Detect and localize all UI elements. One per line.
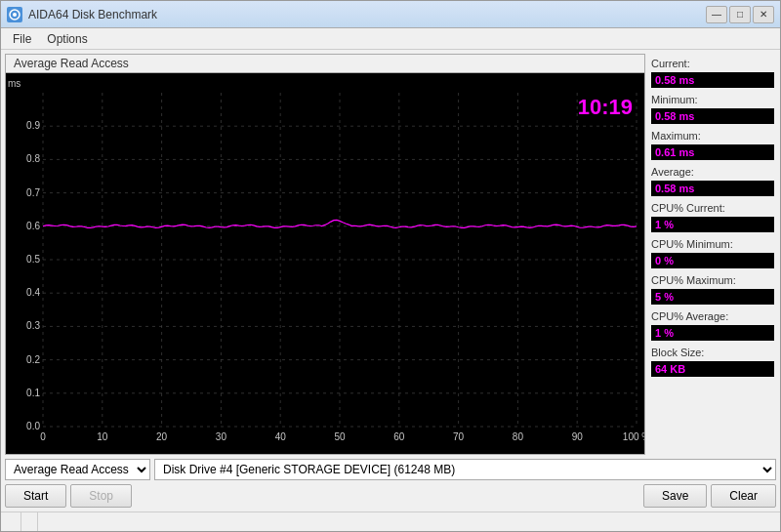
cpu-minimum-label: CPU% Minimum: bbox=[651, 238, 774, 250]
stop-button[interactable]: Stop bbox=[70, 484, 132, 508]
cpu-current-label: CPU% Current: bbox=[651, 202, 774, 214]
current-value: 0.58 ms bbox=[651, 72, 774, 88]
chart-tab: Average Read Access bbox=[6, 55, 644, 73]
start-button[interactable]: Start bbox=[5, 484, 66, 508]
title-bar-left: AIDA64 Disk Benchmark bbox=[7, 7, 157, 22]
clear-button[interactable]: Clear bbox=[711, 484, 776, 508]
menu-bar: File Options bbox=[1, 28, 780, 50]
content-row: Average Read Access Current: 0.58 ms Min… bbox=[5, 54, 776, 455]
minimum-label: Minimum: bbox=[651, 94, 774, 105]
chart-panel: Average Read Access bbox=[5, 54, 645, 455]
app-icon bbox=[7, 7, 22, 22]
current-label: Current: bbox=[651, 58, 774, 69]
cpu-maximum-label: CPU% Maximum: bbox=[651, 274, 774, 286]
benchmark-select[interactable]: Average Read AccessAverage Write AccessA… bbox=[5, 459, 150, 480]
close-button[interactable]: ✕ bbox=[753, 6, 774, 23]
save-button[interactable]: Save bbox=[643, 484, 707, 508]
cpu-average-value: 1 % bbox=[651, 325, 774, 341]
stats-panel: Current: 0.58 ms Minimum: 0.58 ms Maximu… bbox=[649, 54, 776, 455]
status-left bbox=[5, 512, 21, 531]
block-size-value: 64 KB bbox=[651, 361, 774, 377]
main-window: AIDA64 Disk Benchmark — □ ✕ File Options… bbox=[0, 0, 781, 532]
average-label: Average: bbox=[651, 166, 774, 178]
menu-options[interactable]: Options bbox=[39, 30, 95, 48]
average-value: 0.58 ms bbox=[651, 181, 774, 196]
status-right bbox=[21, 512, 38, 531]
block-size-label: Block Size: bbox=[651, 347, 774, 358]
bottom-controls: Average Read AccessAverage Write AccessA… bbox=[5, 455, 776, 508]
svg-point-1 bbox=[13, 13, 17, 17]
window-title: AIDA64 Disk Benchmark bbox=[28, 8, 157, 21]
title-bar-buttons: — □ ✕ bbox=[706, 6, 774, 23]
menu-file[interactable]: File bbox=[5, 30, 39, 48]
minimize-button[interactable]: — bbox=[706, 6, 727, 23]
disk-select[interactable]: Disk Drive #4 [Generic STORAGE DEVICE] (… bbox=[154, 459, 776, 480]
cpu-maximum-value: 5 % bbox=[651, 289, 774, 305]
cpu-average-label: CPU% Average: bbox=[651, 310, 774, 322]
chart-area bbox=[6, 73, 644, 454]
maximum-value: 0.61 ms bbox=[651, 144, 774, 160]
minimum-value: 0.58 ms bbox=[651, 108, 774, 124]
main-content: Average Read Access Current: 0.58 ms Min… bbox=[1, 50, 780, 512]
maximum-label: Maximum: bbox=[651, 130, 774, 142]
selector-row: Average Read AccessAverage Write AccessA… bbox=[5, 459, 776, 480]
title-bar: AIDA64 Disk Benchmark — □ ✕ bbox=[1, 1, 780, 28]
status-bar bbox=[1, 512, 780, 531]
maximize-button[interactable]: □ bbox=[729, 6, 751, 23]
cpu-minimum-value: 0 % bbox=[651, 253, 774, 268]
button-row: Start Stop Save Clear bbox=[5, 484, 776, 508]
cpu-current-value: 1 % bbox=[651, 217, 774, 232]
